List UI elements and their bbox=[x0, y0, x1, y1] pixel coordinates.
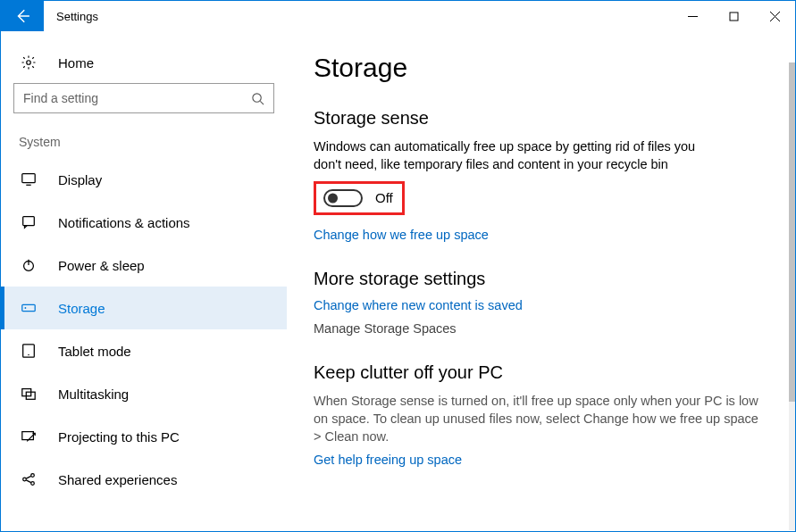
toggle-state-label: Off bbox=[375, 190, 393, 205]
storage-sense-description: Windows can automatically free up space … bbox=[314, 137, 725, 174]
projecting-icon bbox=[21, 428, 40, 445]
clutter-description: When Storage sense is turned on, it'll f… bbox=[314, 392, 768, 446]
change-free-up-link[interactable]: Change how we free up space bbox=[314, 228, 768, 242]
window-title: Settings bbox=[44, 1, 111, 31]
svg-point-15 bbox=[28, 354, 29, 355]
shared-icon bbox=[21, 471, 40, 487]
svg-rect-7 bbox=[22, 174, 35, 183]
storage-icon bbox=[21, 300, 40, 316]
sidebar-item-display[interactable]: Display bbox=[1, 158, 287, 201]
sidebar-item-label: Multitasking bbox=[58, 387, 129, 402]
sidebar-item-notifications[interactable]: Notifications & actions bbox=[1, 201, 287, 244]
sidebar-group-label: System bbox=[1, 135, 287, 158]
svg-line-23 bbox=[26, 480, 30, 483]
minimize-button[interactable] bbox=[672, 1, 713, 31]
toggle-knob bbox=[328, 193, 338, 203]
search-field[interactable] bbox=[23, 91, 251, 105]
sidebar-item-label: Projecting to this PC bbox=[58, 429, 180, 445]
sidebar-item-label: Notifications & actions bbox=[58, 215, 190, 230]
svg-rect-1 bbox=[730, 12, 738, 21]
manage-spaces-link[interactable]: Manage Storage Spaces bbox=[314, 321, 768, 336]
svg-line-22 bbox=[26, 476, 30, 478]
storage-sense-heading: Storage sense bbox=[314, 108, 768, 129]
more-settings-heading: More storage settings bbox=[314, 269, 768, 289]
svg-rect-12 bbox=[22, 304, 35, 311]
storage-sense-toggle[interactable] bbox=[323, 189, 363, 207]
sidebar: Home System Display Notifications & acti… bbox=[1, 31, 287, 531]
scrollbar[interactable] bbox=[789, 62, 795, 530]
svg-point-4 bbox=[27, 61, 31, 65]
svg-rect-18 bbox=[22, 432, 34, 440]
search-input[interactable] bbox=[13, 83, 274, 113]
sidebar-item-label: Shared experiences bbox=[58, 472, 177, 487]
sidebar-item-shared[interactable]: Shared experiences bbox=[1, 458, 287, 501]
svg-line-6 bbox=[260, 101, 264, 104]
display-icon bbox=[21, 171, 40, 187]
search-icon bbox=[251, 92, 264, 105]
svg-rect-9 bbox=[23, 217, 35, 226]
svg-point-19 bbox=[23, 478, 27, 481]
gear-icon bbox=[21, 54, 40, 71]
get-help-link[interactable]: Get help freeing up space bbox=[314, 453, 768, 467]
page-title: Storage bbox=[314, 53, 768, 83]
close-button[interactable] bbox=[754, 1, 795, 31]
scrollbar-thumb[interactable] bbox=[789, 62, 795, 402]
sidebar-item-multitasking[interactable]: Multitasking bbox=[1, 372, 287, 415]
titlebar: Settings bbox=[1, 1, 795, 31]
svg-point-5 bbox=[253, 93, 261, 101]
svg-point-13 bbox=[25, 307, 27, 309]
change-saved-link[interactable]: Change where new content is saved bbox=[314, 298, 768, 312]
sidebar-item-tablet[interactable]: Tablet mode bbox=[1, 329, 287, 372]
sidebar-item-projecting[interactable]: Projecting to this PC bbox=[1, 415, 287, 458]
sidebar-item-label: Tablet mode bbox=[58, 344, 131, 359]
highlighted-toggle-box: Off bbox=[314, 181, 405, 215]
sidebar-item-label: Storage bbox=[58, 301, 105, 316]
main-content: Storage Storage sense Windows can automa… bbox=[287, 31, 795, 531]
power-icon bbox=[21, 257, 40, 273]
notifications-icon bbox=[21, 214, 40, 230]
multitasking-icon bbox=[21, 386, 40, 402]
home-label: Home bbox=[58, 55, 94, 71]
window-controls bbox=[672, 1, 795, 31]
sidebar-item-storage[interactable]: Storage bbox=[1, 287, 287, 329]
sidebar-item-label: Display bbox=[58, 172, 102, 187]
back-button[interactable] bbox=[1, 1, 44, 31]
sidebar-item-label: Power & sleep bbox=[58, 258, 145, 273]
tablet-icon bbox=[21, 343, 40, 359]
sidebar-item-power[interactable]: Power & sleep bbox=[1, 244, 287, 287]
maximize-button[interactable] bbox=[713, 1, 754, 31]
svg-point-21 bbox=[31, 482, 35, 486]
clutter-heading: Keep clutter off your PC bbox=[314, 362, 768, 383]
home-button[interactable]: Home bbox=[1, 46, 287, 83]
svg-point-20 bbox=[31, 474, 35, 478]
